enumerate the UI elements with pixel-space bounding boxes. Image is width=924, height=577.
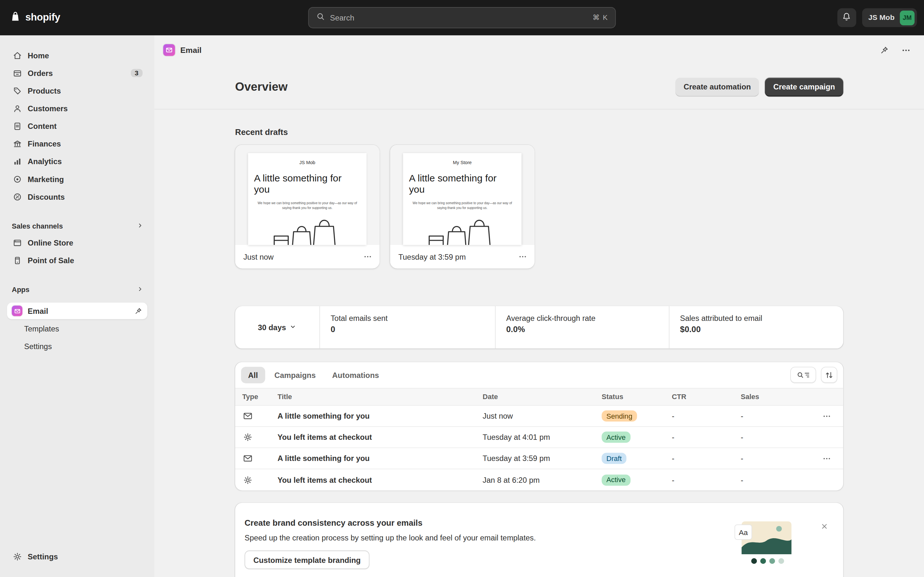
table-row[interactable]: A little something for you Tuesday at 3:… bbox=[235, 448, 843, 469]
preview-store-name: JS Mob bbox=[254, 160, 360, 166]
draft-overflow-menu-button[interactable] bbox=[360, 250, 375, 264]
chevron-right-icon bbox=[137, 222, 144, 231]
create-automation-button[interactable]: Create automation bbox=[675, 77, 759, 97]
chevron-down-icon bbox=[289, 323, 296, 332]
email-type-icon bbox=[235, 453, 278, 463]
sidebar-item-label: Discounts bbox=[27, 192, 65, 201]
sidebar-item-email-app[interactable]: Email bbox=[7, 303, 147, 319]
status-badge: Draft bbox=[602, 453, 626, 464]
metric-total-emails: Total emails sent 0 bbox=[320, 306, 495, 348]
search-filter-button[interactable] bbox=[790, 367, 816, 383]
row-date: Just now bbox=[483, 412, 602, 421]
search-icon bbox=[316, 12, 325, 24]
app-overflow-menu-button[interactable] bbox=[900, 44, 913, 56]
notifications-button[interactable] bbox=[837, 8, 856, 27]
email-type-icon bbox=[235, 411, 278, 421]
orders-icon bbox=[12, 68, 23, 78]
sidebar-item-label: Settings bbox=[27, 552, 58, 561]
sidebar-item-label: Settings bbox=[24, 342, 52, 351]
preview-subject: A little something for you bbox=[254, 172, 342, 195]
shopify-wordmark: shopify bbox=[25, 12, 60, 24]
sidebar-section-sales-channels[interactable]: Sales channels bbox=[7, 218, 147, 234]
row-overflow-menu-button[interactable] bbox=[820, 451, 834, 466]
section-title: Sales channels bbox=[12, 222, 63, 230]
customize-template-branding-button[interactable]: Customize template branding bbox=[244, 550, 369, 569]
point-of-sale-icon bbox=[12, 255, 23, 266]
table-row[interactable]: You left items at checkout Tuesday at 4:… bbox=[235, 427, 843, 448]
row-overflow-menu-button[interactable] bbox=[820, 409, 834, 423]
draft-card[interactable]: JS Mob A little something for you We hop… bbox=[235, 145, 380, 269]
sidebar-item-point-of-sale[interactable]: Point of Sale bbox=[7, 252, 147, 268]
sidebar-item-label: Orders bbox=[27, 69, 53, 77]
preview-body: We hope we can bring something positive … bbox=[254, 201, 360, 210]
content-icon bbox=[12, 121, 23, 131]
sidebar-item-label: Templates bbox=[24, 324, 59, 333]
app-title: Email bbox=[180, 45, 202, 55]
sidebar-item-orders[interactable]: Orders 3 bbox=[7, 65, 147, 81]
date-range-select[interactable]: 30 days bbox=[258, 323, 297, 332]
column-date: Date bbox=[483, 393, 602, 401]
close-banner-button[interactable] bbox=[819, 521, 830, 532]
search-input[interactable] bbox=[330, 13, 588, 22]
status-badge: Sending bbox=[602, 410, 637, 422]
row-date: Tuesday at 3:59 pm bbox=[483, 454, 602, 463]
row-sales: - bbox=[741, 433, 797, 442]
automation-type-icon bbox=[235, 475, 278, 485]
sidebar-item-finances[interactable]: Finances bbox=[7, 135, 147, 152]
store-menu[interactable]: JS Mob JM bbox=[862, 8, 917, 27]
sidebar-item-content[interactable]: Content bbox=[7, 118, 147, 134]
sidebar-item-templates[interactable]: Templates bbox=[7, 320, 147, 337]
finances-icon bbox=[12, 139, 23, 149]
sidebar-item-customers[interactable]: Customers bbox=[7, 100, 147, 116]
draft-overflow-menu-button[interactable] bbox=[515, 250, 530, 264]
customers-icon bbox=[12, 103, 23, 113]
row-title: A little something for you bbox=[278, 412, 483, 421]
sidebar-item-analytics[interactable]: Analytics bbox=[7, 153, 147, 169]
pin-icon[interactable] bbox=[134, 306, 143, 316]
shopify-bag-icon bbox=[9, 11, 21, 25]
analytics-icon bbox=[12, 156, 23, 167]
section-title: Apps bbox=[12, 285, 29, 294]
draft-card[interactable]: My Store A little something for you We h… bbox=[390, 145, 535, 269]
sidebar-item-products[interactable]: Products bbox=[7, 82, 147, 99]
sidebar-item-label: Finances bbox=[27, 139, 61, 148]
shopping-bags-illustration bbox=[270, 217, 345, 245]
orders-count-badge: 3 bbox=[131, 69, 142, 77]
tab-automations[interactable]: Automations bbox=[325, 367, 386, 383]
illustration-text: Aa bbox=[739, 528, 748, 537]
bell-icon bbox=[842, 12, 851, 24]
branding-banner: Create brand consistency across your ema… bbox=[235, 503, 843, 577]
metric-value: 0.0% bbox=[506, 324, 669, 334]
sort-button[interactable] bbox=[821, 367, 837, 383]
status-badge: Active bbox=[602, 474, 630, 485]
sidebar-item-settings[interactable]: Settings bbox=[7, 548, 147, 564]
create-campaign-button[interactable]: Create campaign bbox=[765, 77, 843, 97]
sidebar-item-discounts[interactable]: Discounts bbox=[7, 189, 147, 205]
row-sales: - bbox=[741, 412, 797, 421]
tab-campaigns[interactable]: Campaigns bbox=[267, 367, 323, 383]
metric-ctr: Average click-through rate 0.0% bbox=[495, 306, 669, 348]
date-range-value: 30 days bbox=[258, 323, 286, 332]
global-search[interactable]: ⌘ K bbox=[309, 7, 616, 28]
table-row[interactable]: You left items at checkout Jan 8 at 6:20… bbox=[235, 469, 843, 490]
online-store-icon bbox=[12, 237, 23, 248]
sidebar: Home Orders 3 Products bbox=[0, 35, 154, 577]
sidebar-item-label: Home bbox=[27, 51, 49, 60]
tab-all[interactable]: All bbox=[241, 367, 265, 383]
column-ctr: CTR bbox=[672, 393, 741, 401]
sidebar-item-online-store[interactable]: Online Store bbox=[7, 234, 147, 251]
pin-app-button[interactable] bbox=[878, 44, 891, 56]
sidebar-item-home[interactable]: Home bbox=[7, 47, 147, 63]
topbar: shopify ⌘ K JS Mob bbox=[0, 0, 924, 35]
stats-bar: 30 days Total emails sent 0 Average clic… bbox=[235, 306, 843, 348]
sidebar-item-label: Email bbox=[27, 306, 48, 316]
sidebar-item-email-settings[interactable]: Settings bbox=[7, 338, 147, 354]
sidebar-item-marketing[interactable]: Marketing bbox=[7, 171, 147, 187]
app-header: Email bbox=[154, 35, 924, 65]
sidebar-section-apps[interactable]: Apps bbox=[7, 282, 147, 298]
table-row[interactable]: A little something for you Just now Send… bbox=[235, 406, 843, 427]
row-ctr: - bbox=[672, 475, 741, 484]
shopify-logo[interactable]: shopify bbox=[9, 11, 60, 25]
shopify-admin: shopify ⌘ K JS Mob bbox=[0, 0, 924, 577]
sidebar-item-label: Point of Sale bbox=[27, 256, 74, 265]
